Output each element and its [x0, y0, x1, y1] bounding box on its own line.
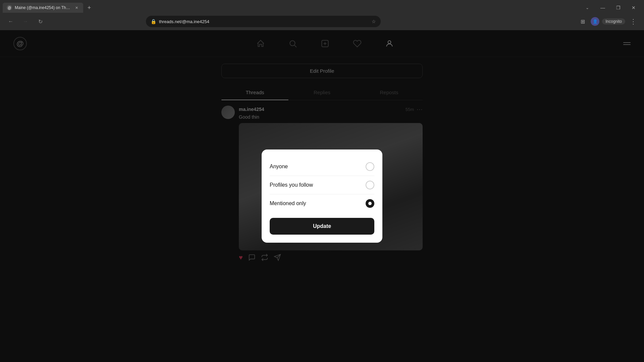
- address-bar-row: ← → ↻ 🔒 threads.net/@ma.ine4254 ☆ ⊞ 👤 In…: [0, 13, 644, 30]
- option-mentioned-only-radio[interactable]: [366, 199, 374, 208]
- close-button[interactable]: ✕: [626, 3, 641, 13]
- tab-close-button[interactable]: ✕: [74, 5, 79, 10]
- chrome-menu-button[interactable]: ⋮: [628, 16, 639, 27]
- tab-title: Maine (@ma.ine4254) on Threa...: [15, 5, 71, 10]
- tab-scroll-down[interactable]: ⌄: [580, 3, 595, 13]
- option-anyone-label: Anyone: [270, 164, 288, 170]
- profile-chrome-avatar: 👤: [593, 19, 598, 24]
- option-profiles-follow[interactable]: Profiles you follow: [270, 176, 374, 194]
- tab-bar-minimize-area: [564, 3, 580, 13]
- back-button[interactable]: ←: [5, 16, 16, 27]
- option-anyone-radio[interactable]: [366, 162, 374, 171]
- option-profiles-follow-label: Profiles you follow: [270, 182, 313, 188]
- app-container: @: [0, 30, 644, 362]
- window-controls: ⌄ — ❐ ✕: [564, 3, 641, 13]
- update-button[interactable]: Update: [270, 218, 374, 235]
- forward-button[interactable]: →: [20, 16, 31, 27]
- maximize-button[interactable]: ❐: [610, 3, 626, 13]
- profile-chrome-icon[interactable]: 👤: [591, 17, 599, 26]
- modal-overlay[interactable]: Anyone Profiles you follow Mentioned onl…: [0, 30, 644, 362]
- address-bar[interactable]: 🔒 threads.net/@ma.ine4254 ☆: [146, 16, 381, 27]
- bookmark-star-icon[interactable]: ☆: [372, 19, 376, 24]
- extensions-icon[interactable]: ⊞: [577, 16, 588, 27]
- new-tab-button[interactable]: +: [85, 3, 94, 12]
- incognito-badge: Incognito: [602, 18, 625, 24]
- browser-tab[interactable]: @ Maine (@ma.ine4254) on Threa... ✕: [3, 3, 83, 13]
- browser-chrome: @ Maine (@ma.ine4254) on Threa... ✕ + ⌄ …: [0, 0, 644, 30]
- option-profiles-follow-radio[interactable]: [366, 181, 374, 189]
- reload-button[interactable]: ↻: [35, 16, 46, 27]
- toolbar-right: ⊞ 👤 Incognito ⋮: [577, 16, 639, 27]
- option-anyone[interactable]: Anyone: [270, 158, 374, 176]
- minimize-button[interactable]: —: [595, 3, 610, 13]
- radio-inner-dot: [368, 202, 372, 205]
- tab-favicon: @: [7, 5, 12, 10]
- option-mentioned-only[interactable]: Mentioned only: [270, 194, 374, 213]
- url-text: threads.net/@ma.ine4254: [159, 19, 369, 24]
- lock-icon: 🔒: [151, 19, 156, 24]
- reply-settings-modal: Anyone Profiles you follow Mentioned onl…: [262, 149, 382, 243]
- option-mentioned-only-label: Mentioned only: [270, 200, 306, 206]
- tab-bar: @ Maine (@ma.ine4254) on Threa... ✕ + ⌄ …: [0, 0, 644, 13]
